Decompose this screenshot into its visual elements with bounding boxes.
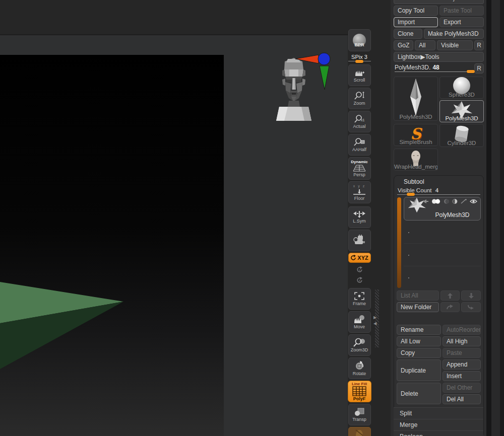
contrast-icon[interactable]	[452, 199, 458, 204]
zoom3d-button[interactable]: Zoom3D	[348, 334, 371, 356]
right-shelf: BPR SPix 3 Scroll Zoom	[347, 29, 372, 436]
subtool-flag-icon[interactable]	[423, 199, 428, 204]
active-tool-r-button[interactable]: R	[474, 63, 484, 74]
frame-button[interactable]: Frame	[348, 288, 371, 310]
actual-button[interactable]: x1 Actual	[348, 111, 371, 132]
all-high-button[interactable]: All High	[443, 336, 481, 346]
frame-icon	[354, 292, 365, 301]
collapsed-right-tray[interactable]	[491, 0, 500, 436]
goz-visible-button[interactable]: Visible	[437, 40, 473, 50]
lsym-button[interactable]: L.Sym	[348, 206, 371, 228]
goz-all-button[interactable]: All	[415, 40, 435, 50]
window-right-edge	[500, 0, 504, 436]
down-arrow-icon	[469, 293, 474, 299]
all-low-button[interactable]: All Low	[397, 336, 441, 346]
paste-tool-button: Paste Tool	[439, 6, 484, 16]
tool-thumb-simplebrush[interactable]: S SimpleBrush	[394, 124, 438, 146]
load-tools-from-project-button[interactable]: Load Tools From Project	[394, 0, 484, 4]
tool-thumb-cylinder3d[interactable]: Cylinder3D	[439, 124, 484, 147]
delete-button[interactable]: Delete	[397, 383, 441, 404]
floor-icon	[353, 189, 366, 195]
import-button[interactable]: Import	[394, 17, 438, 27]
rotate-y-icon: Y	[356, 266, 363, 273]
tool-thumb-polymesh3d-diamond[interactable]: PolyMesh3D	[394, 77, 438, 121]
goz-button[interactable]: GoZ	[394, 40, 413, 50]
subtool-empty-row	[404, 221, 481, 244]
diamond-shape-icon	[403, 78, 428, 117]
rotate-z-button[interactable]: Z	[348, 275, 371, 285]
lightbox-tools-button[interactable]: Lightbox▶Tools	[394, 52, 484, 62]
polypaint-icon[interactable]	[431, 199, 440, 204]
spix-slider-handle[interactable]	[355, 60, 363, 63]
scroll-button[interactable]: Scroll	[348, 64, 371, 86]
bpr-button[interactable]: BPR	[348, 29, 371, 51]
gizmo-y-cone	[320, 66, 329, 90]
copy-subtool-button[interactable]: Copy	[397, 348, 441, 358]
new-folder-button[interactable]: New Folder	[397, 302, 439, 312]
svg-text:Y: Y	[358, 269, 361, 272]
lsym-icon	[353, 211, 366, 218]
subtool-empty-row	[404, 266, 481, 289]
append-button[interactable]: Append	[443, 359, 481, 370]
tool-thumbnails: PolyMesh3D Sphere3D PolyMesh3D S SimpleB…	[394, 77, 484, 171]
gizmo-origin-sphere	[318, 53, 330, 65]
polymesh-head-model[interactable]	[272, 50, 335, 126]
aahalf-button[interactable]: AAHalf	[348, 134, 371, 156]
brush-icon[interactable]	[461, 199, 467, 204]
subtool-item-polymesh3d[interactable]: PolyMesh3D	[404, 197, 481, 221]
subtool-scrollbar[interactable]	[397, 197, 401, 288]
export-button[interactable]: Export	[439, 17, 484, 27]
tool-thumb-wraphead[interactable]: WrapHead_merg	[394, 149, 438, 171]
camera-lock-icon	[353, 235, 366, 247]
active-tool-slider[interactable]: PolyMesh3D. 48	[394, 63, 473, 74]
camera-lock-button[interactable]	[348, 230, 371, 251]
aahalf-magnifier-icon	[354, 137, 365, 147]
clone-button[interactable]: Clone	[394, 29, 422, 39]
merge-section[interactable]: Merge	[394, 419, 483, 430]
subtool-move-down-button	[461, 290, 481, 301]
floor-axes-label: x y z	[353, 184, 365, 189]
rename-button[interactable]: Rename	[397, 325, 441, 335]
spix-slider[interactable]: SPix 3	[348, 54, 371, 62]
divider-open-icon: ▶	[373, 316, 376, 320]
move-button[interactable]: Move	[348, 311, 371, 333]
panel-edge-gap	[486, 0, 491, 436]
ghost-button[interactable]	[348, 427, 371, 436]
svg-text:x1: x1	[361, 118, 365, 122]
visible-count-slider[interactable]: Visible Count 4	[397, 187, 481, 196]
split-section[interactable]: Split	[394, 407, 483, 419]
uv-moon-icon[interactable]	[444, 199, 449, 204]
tool-thumb-sphere3d[interactable]: Sphere3D	[439, 77, 484, 99]
active-tool-slider-handle[interactable]	[467, 70, 475, 73]
duplicate-button[interactable]: Duplicate	[397, 359, 441, 381]
boolean-section[interactable]: Boolean	[394, 430, 483, 436]
up-arrow-icon	[448, 293, 453, 299]
del-other-button: Del Other	[443, 383, 481, 393]
make-polymesh3d-button[interactable]: Make PolyMesh3D	[424, 29, 484, 39]
autoreorder-button: AutoReorder	[443, 325, 481, 335]
rotate-button[interactable]: Rotate	[348, 357, 371, 379]
ghost-icon	[355, 429, 364, 436]
low-poly-head	[276, 58, 311, 121]
copy-tool-button[interactable]: Copy Tool	[394, 6, 438, 16]
subtool-palette: Subtool Visible Count 4	[394, 175, 484, 436]
floor-button[interactable]: x y z Floor	[348, 181, 371, 203]
rotate-xyz-button[interactable]: XYZ	[348, 253, 371, 263]
polyframe-button[interactable]: Line Fill PolyF	[348, 381, 371, 402]
insert-button[interactable]: Insert	[443, 371, 481, 381]
subtool-empty-row	[404, 244, 481, 266]
del-all-button[interactable]: Del All	[443, 394, 481, 404]
persp-button[interactable]: Dynamic Persp	[348, 157, 371, 180]
actual-magnifier-icon: x1	[354, 114, 365, 123]
zoom-button[interactable]: Zoom	[348, 88, 371, 109]
visible-count-handle[interactable]	[407, 193, 415, 196]
rotate-y-button[interactable]: Y	[348, 264, 371, 275]
eye-icon[interactable]	[470, 199, 477, 204]
persp-grid-icon	[353, 165, 366, 172]
goz-r-button[interactable]: R	[474, 40, 484, 50]
tool-thumb-polymesh3d-star[interactable]: PolyMesh3D	[439, 100, 484, 122]
list-all-button: List All	[397, 290, 439, 301]
tray-divider-handle[interactable]: ▶ ◀	[375, 289, 379, 347]
move-into-folder-button	[461, 302, 481, 312]
transp-button[interactable]: Transp	[348, 404, 371, 425]
